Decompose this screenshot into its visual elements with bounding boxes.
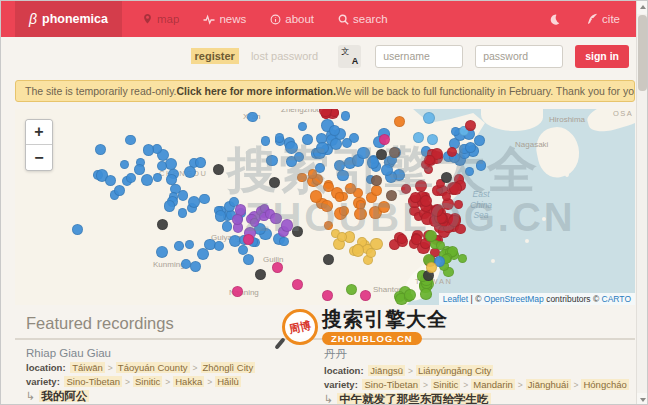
- map-dot[interactable]: [181, 259, 191, 269]
- scrollbar-thumb[interactable]: [638, 15, 647, 91]
- sign-in-button[interactable]: sign in: [575, 45, 629, 68]
- map-dot[interactable]: [329, 125, 340, 136]
- breadcrumb-link[interactable]: Sinitic: [431, 379, 460, 390]
- map-dot[interactable]: [125, 135, 135, 145]
- nav-item-news[interactable]: news: [195, 13, 254, 25]
- map-dot[interactable]: [308, 169, 318, 179]
- map-dot[interactable]: [386, 190, 397, 201]
- map-dot[interactable]: [188, 196, 200, 208]
- breadcrumb-link[interactable]: Sino-Tibetan: [362, 379, 420, 390]
- map-dot[interactable]: [366, 248, 376, 258]
- map-dot[interactable]: [474, 135, 485, 146]
- recording-title[interactable]: Rhiap Giau Giau: [26, 347, 324, 359]
- map-dot[interactable]: [95, 144, 106, 155]
- map-dot[interactable]: [190, 261, 201, 272]
- map-dot[interactable]: [120, 160, 129, 169]
- map-dot[interactable]: [178, 208, 188, 218]
- map-dot[interactable]: [371, 175, 382, 186]
- map-dot[interactable]: [401, 184, 411, 194]
- map-dot[interactable]: [342, 138, 352, 148]
- map-dot[interactable]: [441, 172, 452, 183]
- map-dot[interactable]: [285, 141, 298, 154]
- map-dot[interactable]: [420, 288, 432, 300]
- map-dot[interactable]: [141, 174, 153, 186]
- register-link[interactable]: register: [191, 48, 239, 64]
- map-dot[interactable]: [426, 262, 437, 273]
- map-dot[interactable]: [232, 286, 243, 297]
- map-dot[interactable]: [413, 132, 424, 143]
- map-dot[interactable]: [195, 157, 206, 168]
- lost-password-link[interactable]: lost password: [251, 50, 318, 62]
- map-dot[interactable]: [126, 173, 136, 183]
- scrollbar-down-arrow[interactable]: [637, 393, 648, 405]
- map-dot[interactable]: [298, 122, 307, 131]
- nav-item-search[interactable]: search: [330, 13, 396, 25]
- recording-quote-link[interactable]: 我的阿公: [39, 390, 89, 402]
- map-dot[interactable]: [156, 246, 168, 258]
- map-dot[interactable]: [153, 173, 162, 182]
- map-dot[interactable]: [174, 241, 184, 251]
- map-dot[interactable]: [114, 185, 125, 196]
- map-dot[interactable]: [379, 134, 390, 145]
- map-dot[interactable]: [323, 182, 333, 192]
- breadcrumb-link[interactable]: Mandarin: [471, 379, 515, 390]
- map-dot[interactable]: [431, 205, 443, 217]
- breadcrumb-link[interactable]: Jiāngsū: [368, 365, 405, 376]
- map-dot[interactable]: [302, 134, 313, 145]
- map-dot[interactable]: [243, 234, 254, 245]
- language-toggle-button[interactable]: 文 A: [338, 45, 361, 68]
- map-dot[interactable]: [294, 152, 304, 162]
- nav-item-cite[interactable]: cite: [586, 13, 620, 25]
- map-dot[interactable]: [321, 200, 332, 211]
- map-dot[interactable]: [199, 194, 209, 204]
- map-dot[interactable]: [322, 290, 333, 301]
- breadcrumb-link[interactable]: Zhōnglì City: [201, 362, 256, 373]
- notice-info-link[interactable]: Click here for more information.: [177, 85, 336, 97]
- map-dot[interactable]: [449, 182, 461, 194]
- map-dot[interactable]: [394, 116, 405, 127]
- zoom-out-button[interactable]: −: [26, 145, 52, 170]
- breadcrumb-link[interactable]: Jiānghuái: [526, 379, 571, 390]
- map-dot[interactable]: [243, 254, 254, 265]
- map-dot[interactable]: [222, 221, 232, 231]
- carto-link[interactable]: CARTO: [602, 294, 631, 304]
- map-dot[interactable]: [279, 237, 288, 246]
- map-dot[interactable]: [427, 134, 438, 145]
- map-dot[interactable]: [143, 144, 155, 156]
- map-dot[interactable]: [339, 206, 349, 216]
- map-dot[interactable]: [270, 213, 281, 224]
- map-dot[interactable]: [105, 175, 116, 186]
- map-dot[interactable]: [164, 200, 176, 212]
- map-dot[interactable]: [185, 240, 194, 249]
- map-dot[interactable]: [378, 201, 390, 213]
- map-dot[interactable]: [423, 112, 435, 124]
- language-map[interactable]: Xi'anZhengzhouCHENGDUGuilinGuiyangKunmin…: [15, 109, 635, 305]
- map-dot[interactable]: [292, 279, 303, 290]
- map-dot[interactable]: [371, 185, 383, 197]
- map-dot[interactable]: [266, 155, 278, 167]
- osm-link[interactable]: OpenStreetMap: [484, 294, 544, 304]
- breadcrumb-link[interactable]: Sinitic: [133, 376, 162, 387]
- scrollbar-up-arrow[interactable]: [637, 1, 648, 14]
- breadcrumb-link[interactable]: Hakka: [173, 376, 204, 387]
- map-dot[interactable]: [389, 147, 400, 158]
- map-dot[interactable]: [247, 112, 258, 123]
- map-dot[interactable]: [354, 208, 366, 220]
- leaflet-link[interactable]: Leaflet: [443, 294, 469, 304]
- map-dot[interactable]: [323, 254, 334, 265]
- recording-title[interactable]: 丹丹: [324, 347, 622, 362]
- username-input[interactable]: [375, 45, 463, 68]
- map-dot[interactable]: [381, 164, 393, 176]
- map-dot[interactable]: [197, 248, 209, 260]
- map-dot[interactable]: [214, 241, 224, 251]
- map-dot[interactable]: [316, 142, 328, 154]
- breadcrumb-link[interactable]: Táoyuán County: [116, 362, 190, 373]
- map-dot[interactable]: [213, 164, 224, 175]
- password-input[interactable]: [475, 45, 563, 68]
- nav-item-map[interactable]: map: [134, 13, 187, 25]
- map-dot[interactable]: [465, 167, 474, 176]
- map-dot[interactable]: [397, 234, 407, 244]
- breadcrumb-link[interactable]: Hǎilù: [215, 376, 241, 387]
- map-dot[interactable]: [346, 284, 357, 295]
- night-mode-toggle[interactable]: [547, 13, 560, 26]
